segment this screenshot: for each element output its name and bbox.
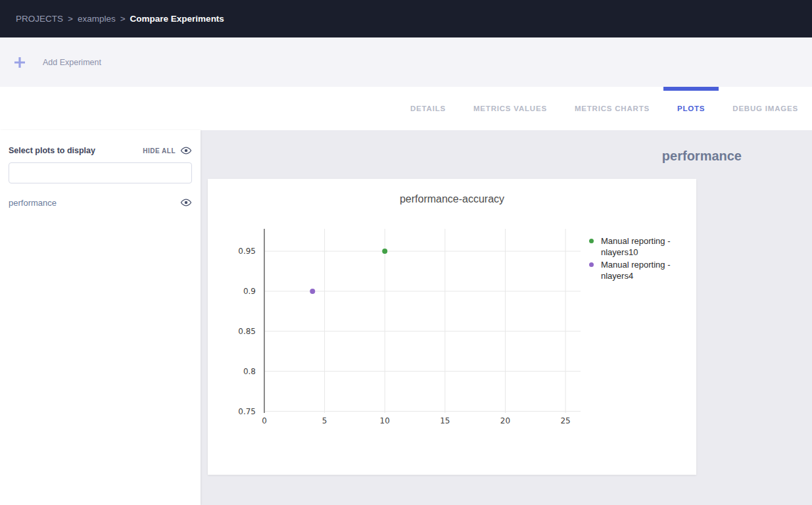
plots-sidebar: Select plots to display HIDE ALL perform… <box>0 130 201 505</box>
plot-list-item: performance <box>9 197 192 208</box>
hide-all-button[interactable]: HIDE ALL <box>143 145 192 156</box>
add-experiment-label: Add Experiment <box>43 58 101 67</box>
plot-visibility-toggle[interactable] <box>180 197 192 208</box>
svg-text:10: 10 <box>380 416 390 425</box>
content-area: Select plots to display HIDE ALL perform… <box>0 130 812 505</box>
tab-metrics-values[interactable]: METRICS VALUES <box>460 87 561 130</box>
breadcrumb-separator: > <box>120 14 126 24</box>
plot-search-input[interactable] <box>9 162 192 183</box>
sidebar-title: Select plots to display <box>9 146 95 155</box>
tabs-bar: DETAILS METRICS VALUES METRICS CHARTS PL… <box>0 87 812 130</box>
eye-icon <box>180 145 192 156</box>
svg-text:5: 5 <box>322 416 327 425</box>
legend-dot-icon <box>589 239 594 243</box>
legend-dot-icon <box>589 262 594 267</box>
top-navbar: PROJECTS > examples > Compare Experiment… <box>0 0 812 37</box>
svg-text:0.75: 0.75 <box>238 407 256 416</box>
breadcrumb-project-examples[interactable]: examples <box>78 14 116 24</box>
breadcrumb: PROJECTS > examples > Compare Experiment… <box>16 14 224 24</box>
svg-text:20: 20 <box>500 416 510 425</box>
breadcrumb-current: Compare Experiments <box>130 14 224 24</box>
svg-text:0: 0 <box>262 416 267 425</box>
hide-all-label: HIDE ALL <box>143 147 176 155</box>
scatter-plot[interactable]: 0.750.80.850.90.950510152025 <box>227 228 606 427</box>
svg-text:0.8: 0.8 <box>243 367 256 376</box>
tab-debug-images[interactable]: DEBUG IMAGES <box>719 87 812 130</box>
breadcrumb-separator: > <box>68 14 73 24</box>
legend-label: Manual reporting - nlayers10 <box>601 235 679 258</box>
legend-item[interactable]: Manual reporting - nlayers10 <box>589 235 688 258</box>
plot-card: performance-accuracy 0.750.80.850.90.950… <box>208 179 696 475</box>
chart-legend: Manual reporting - nlayers10Manual repor… <box>589 235 688 283</box>
legend-item[interactable]: Manual reporting - nlayers4 <box>589 259 688 281</box>
svg-text:0.9: 0.9 <box>243 287 256 296</box>
svg-text:0.95: 0.95 <box>238 247 256 256</box>
plots-panel: performance performance-accuracy 0.750.8… <box>201 130 812 505</box>
tab-plots[interactable]: PLOTS <box>663 87 719 130</box>
breadcrumb-projects[interactable]: PROJECTS <box>16 14 63 24</box>
eye-icon <box>180 197 192 208</box>
legend-label: Manual reporting - nlayers4 <box>601 259 679 281</box>
svg-text:0.85: 0.85 <box>238 327 256 336</box>
tab-metrics-charts[interactable]: METRICS CHARTS <box>561 87 663 130</box>
plot-group-title: performance <box>662 149 742 164</box>
tab-details[interactable]: DETAILS <box>396 87 460 130</box>
chart-title: performance-accuracy <box>208 193 696 205</box>
plot-item-label[interactable]: performance <box>9 198 57 208</box>
add-experiment-bar: Add Experiment <box>0 37 812 87</box>
plus-icon <box>13 56 26 69</box>
svg-text:25: 25 <box>560 416 570 425</box>
svg-text:15: 15 <box>440 416 450 425</box>
add-experiment-button[interactable]: Add Experiment <box>13 56 101 69</box>
